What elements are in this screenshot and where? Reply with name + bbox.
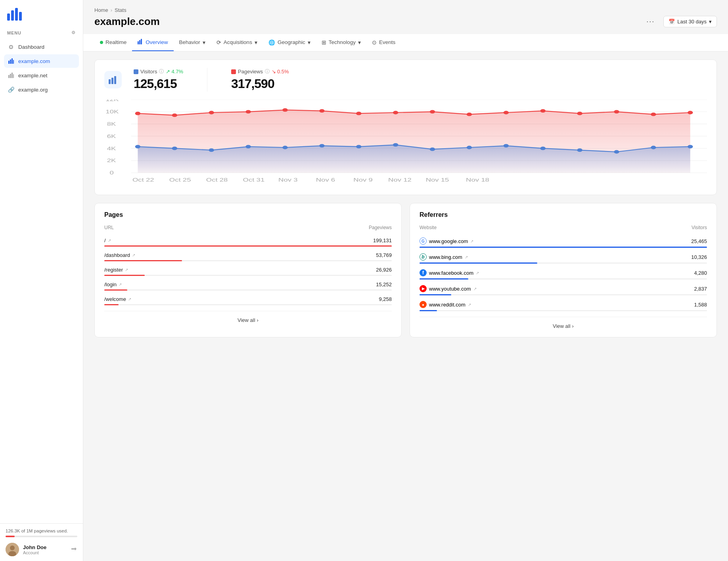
- external-link-icon[interactable]: ↗: [476, 271, 479, 275]
- tab-geographic[interactable]: 🌐 Geographic ▾: [263, 34, 316, 51]
- link-icon: 🔗: [8, 86, 14, 93]
- svg-text:12K: 12K: [105, 100, 119, 102]
- chevron-down-icon-tech: ▾: [358, 39, 361, 46]
- pageview-value: 26,926: [376, 267, 392, 273]
- svg-point-31: [135, 112, 141, 115]
- menu-label: MENU: [7, 31, 21, 35]
- chart: 12K 10K 8K 6K 4K 2K 0: [104, 100, 707, 187]
- visitor-value: 4,280: [694, 270, 707, 276]
- site-name: www.bing.com: [429, 254, 462, 260]
- table-row: / ↗ 199,131: [104, 237, 392, 247]
- external-link-icon[interactable]: ↗: [470, 239, 473, 243]
- sidebar-item-label: example.org: [18, 87, 48, 93]
- svg-point-37: [356, 112, 362, 115]
- view-all-pages-button[interactable]: View all ›: [238, 317, 259, 323]
- svg-text:Nov 9: Nov 9: [353, 177, 372, 182]
- logout-icon[interactable]: ⮕: [71, 546, 77, 553]
- url-text: /dashboard: [104, 252, 130, 258]
- external-link-icon[interactable]: ↗: [473, 287, 477, 291]
- svg-rect-6: [11, 73, 13, 78]
- svg-point-43: [577, 112, 582, 115]
- usage-text: 126.3K of 1M pageviews used.: [6, 528, 77, 533]
- svg-point-60: [614, 150, 619, 154]
- visitors-change: ↗ 4.7%: [166, 69, 183, 75]
- referrers-view-all: View all ›: [420, 317, 707, 329]
- sidebar-item-label: example.com: [18, 58, 50, 64]
- tab-overview[interactable]: Overview: [132, 34, 173, 51]
- site-name: www.reddit.com: [429, 302, 466, 308]
- calendar-icon: 📅: [669, 19, 675, 25]
- external-link-icon[interactable]: ↗: [125, 268, 128, 272]
- settings-icon[interactable]: ⚙: [71, 30, 76, 35]
- top-bar: Home › Stats example.com ··· 📅 Last 30 d…: [83, 0, 728, 34]
- svg-text:Nov 3: Nov 3: [278, 177, 298, 182]
- header-actions: ··· 📅 Last 30 days ▾: [643, 16, 717, 27]
- breadcrumb-home[interactable]: Home: [94, 7, 108, 13]
- facebook-icon: f: [420, 269, 427, 276]
- more-button[interactable]: ···: [643, 16, 658, 27]
- svg-text:Nov 15: Nov 15: [426, 177, 449, 182]
- metric-divider: [207, 68, 207, 92]
- avatar: [6, 543, 19, 556]
- external-link-icon[interactable]: ↗: [108, 238, 111, 243]
- tab-technology[interactable]: ⊞ Technology ▾: [316, 34, 366, 51]
- svg-point-36: [319, 109, 325, 113]
- svg-point-53: [356, 145, 362, 148]
- site-name: www.facebook.com: [429, 270, 473, 276]
- user-info: John Doe Account: [23, 544, 67, 555]
- external-link-icon[interactable]: ↗: [132, 253, 135, 257]
- pages-table-header: URL Pageviews: [104, 225, 392, 233]
- external-link-icon[interactable]: ↗: [465, 255, 468, 259]
- bottom-grid: Pages URL Pageviews / ↗ 199,131: [94, 203, 717, 337]
- tab-realtime[interactable]: Realtime: [94, 34, 132, 51]
- url-text: /register: [104, 267, 123, 273]
- view-all-referrers-button[interactable]: View all ›: [553, 323, 574, 329]
- sidebar-item-example-com[interactable]: example.com: [4, 54, 79, 68]
- external-link-icon[interactable]: ↗: [468, 303, 471, 307]
- stats-icon-box: [104, 71, 122, 88]
- referrers-card: Referrers Website Visitors G www.google.…: [410, 203, 717, 337]
- sidebar-item-example-org[interactable]: 🔗 example.org: [4, 83, 79, 96]
- sidebar-item-example-net[interactable]: example.net: [4, 69, 79, 82]
- svg-text:4K: 4K: [107, 146, 116, 151]
- svg-point-9: [10, 546, 15, 550]
- svg-rect-12: [139, 40, 140, 44]
- external-link-icon[interactable]: ↗: [119, 282, 122, 287]
- svg-text:Nov 18: Nov 18: [466, 177, 489, 182]
- content-area: Visitors ⓘ ↗ 4.7% 125,615 Pageviews: [83, 52, 728, 561]
- chevron-down-icon-acq: ▾: [255, 39, 257, 46]
- visitors-metric: Visitors ⓘ ↗ 4.7% 125,615: [134, 68, 183, 91]
- breadcrumb-stats: Stats: [115, 7, 126, 13]
- tab-events[interactable]: ⊙ Events: [366, 34, 401, 51]
- svg-point-54: [393, 143, 398, 147]
- user-name: John Doe: [23, 544, 67, 550]
- date-range-button[interactable]: 📅 Last 30 days ▾: [663, 16, 717, 27]
- col-website: Website: [420, 225, 437, 230]
- svg-text:0: 0: [110, 170, 114, 175]
- external-link-icon[interactable]: ↗: [128, 297, 131, 301]
- tab-behavior[interactable]: Behavior ▾: [174, 34, 211, 51]
- tab-events-label: Events: [379, 39, 395, 45]
- svg-rect-15: [111, 78, 113, 84]
- reddit-icon: ●: [420, 301, 427, 308]
- pages-card: Pages URL Pageviews / ↗ 199,131: [94, 203, 402, 337]
- pages-title: Pages: [104, 211, 392, 218]
- gauge-icon: ⊙: [8, 44, 14, 50]
- pageviews-metric: Pageviews ⓘ ↘ 0.5% 317,590: [231, 68, 289, 91]
- svg-text:6K: 6K: [107, 134, 116, 139]
- svg-rect-4: [8, 75, 10, 78]
- svg-point-62: [688, 145, 693, 148]
- svg-rect-11: [138, 41, 139, 44]
- visitor-value: 1,588: [694, 302, 707, 308]
- tab-acquisitions[interactable]: ⟳ Acquisitions ▾: [211, 34, 263, 51]
- url-text: /welcome: [104, 296, 126, 302]
- svg-point-61: [651, 146, 656, 149]
- svg-point-56: [467, 146, 472, 149]
- svg-text:2K: 2K: [107, 158, 116, 163]
- pageview-value: 9,258: [379, 296, 392, 302]
- url-text: /: [104, 237, 106, 243]
- pageview-value: 15,252: [376, 281, 392, 287]
- visitors-dot: [134, 69, 138, 74]
- youtube-icon: ▶: [420, 285, 427, 292]
- sidebar-item-dashboard[interactable]: ⊙ Dashboard: [4, 40, 79, 54]
